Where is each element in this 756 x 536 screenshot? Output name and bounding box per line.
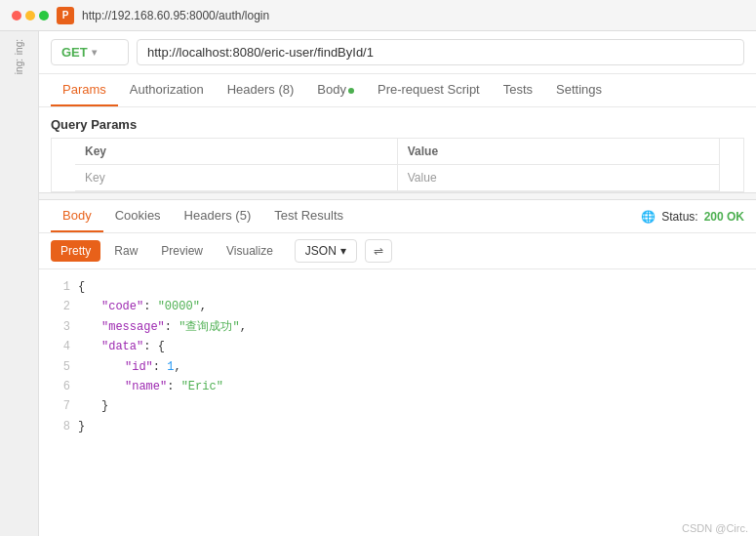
close-dot [12, 11, 21, 21]
tab-pre-request[interactable]: Pre-request Script [366, 74, 492, 106]
url-input[interactable] [137, 39, 744, 65]
params-table-wrapper: Key Value Key Value [51, 138, 744, 192]
section-divider [39, 192, 756, 200]
format-preview-button[interactable]: Preview [151, 240, 213, 262]
json-viewer[interactable]: 1 { 2 "code": "0000", 3 "message": "查询成功… [39, 269, 756, 520]
url-bar: GET ▾ [39, 31, 756, 74]
content-area: GET ▾ Params Authorization Headers (8) B… [39, 31, 756, 536]
app-icon: P [57, 7, 74, 24]
response-tab-body[interactable]: Body [51, 200, 103, 232]
maximize-dot [39, 11, 49, 21]
response-tab-cookies[interactable]: Cookies [103, 200, 173, 232]
format-pretty-button[interactable]: Pretty [51, 240, 100, 262]
json-line-6: 6 "name": "Eric" [51, 377, 744, 396]
json-line-7: 7 } [51, 396, 744, 416]
json-line-1: 1 { [51, 277, 744, 297]
json-format-select[interactable]: JSON ▾ [295, 239, 357, 263]
sidebar-label-2: ing: [15, 59, 24, 74]
tab-body[interactable]: Body [305, 74, 366, 106]
table-row: Key Value [75, 165, 720, 191]
json-line-8: 8 } [51, 417, 744, 436]
json-line-3: 3 "message": "查询成功", [51, 317, 744, 337]
response-tab-test-results[interactable]: Test Results [262, 200, 355, 232]
params-table: Key Value Key Value [75, 139, 720, 191]
tab-headers[interactable]: Headers (8) [216, 74, 306, 106]
minimize-dot [25, 11, 35, 21]
wrap-button[interactable]: ⇌ [365, 239, 392, 263]
tab-tests[interactable]: Tests [492, 74, 544, 106]
query-params-title: Query Params [39, 107, 756, 138]
response-tabs-bar: Body Cookies Headers (5) Test Results 🌐 … [39, 200, 756, 233]
response-status: 🌐 Status: 200 OK [641, 210, 744, 224]
tab-authorization[interactable]: Authorization [118, 74, 216, 106]
status-label: Status: [661, 210, 697, 224]
title-bar: P http://192.168.60.95:8000/auth/login [0, 0, 756, 31]
format-bar: Pretty Raw Preview Visualize JSON ▾ ⇌ [39, 233, 756, 269]
method-label: GET [61, 45, 88, 60]
tab-settings[interactable]: Settings [544, 74, 614, 106]
json-format-label: JSON [305, 244, 337, 258]
format-visualize-button[interactable]: Visualize [217, 240, 283, 262]
tab-params[interactable]: Params [51, 74, 118, 106]
response-tab-headers[interactable]: Headers (5) [173, 200, 263, 232]
method-select[interactable]: GET ▾ [51, 39, 129, 65]
request-tabs-bar: Params Authorization Headers (8) Body Pr… [39, 74, 756, 107]
json-line-2: 2 "code": "0000", [51, 297, 744, 316]
body-dot [348, 88, 354, 94]
main-layout: ing: ing: GET ▾ Params Authorization Hea… [0, 31, 756, 536]
method-chevron-icon: ▾ [92, 47, 97, 58]
globe-icon: 🌐 [641, 210, 656, 224]
json-line-5: 5 "id": 1, [51, 357, 744, 377]
sidebar-strip: ing: ing: [0, 31, 39, 536]
param-value-cell[interactable]: Value [397, 165, 719, 191]
format-raw-button[interactable]: Raw [104, 240, 147, 262]
status-code: 200 OK [704, 210, 744, 224]
param-key-cell[interactable]: Key [75, 165, 397, 191]
json-line-4: 4 "data": { [51, 337, 744, 356]
col-header-value: Value [397, 139, 719, 165]
col-header-key: Key [75, 139, 397, 165]
watermark: CSDN @Circ. [39, 520, 756, 536]
window-controls [12, 11, 49, 21]
window-url: http://192.168.60.95:8000/auth/login [82, 9, 269, 22]
json-format-chevron-icon: ▾ [340, 244, 346, 258]
sidebar-label-1: ing: [15, 39, 24, 55]
